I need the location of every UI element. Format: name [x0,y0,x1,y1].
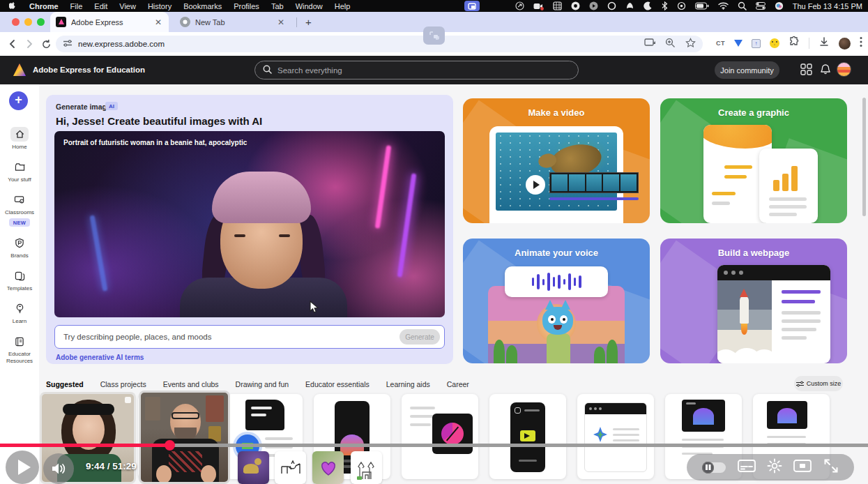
extension-v-icon[interactable] [734,40,743,47]
save-to-device-icon[interactable] [644,38,655,50]
reload-button[interactable] [39,37,53,51]
bookmark-star-icon[interactable] [685,38,696,51]
menu-item-bookmarks[interactable]: Bookmarks [183,2,222,10]
animate-your-voice-card[interactable]: Animate your voice [463,239,650,363]
sidebar-item-your-stuff[interactable]: Your stuff [0,160,39,183]
template-card-report[interactable] [402,394,478,479]
notifications-bell-icon[interactable] [820,63,832,76]
autoplay-toggle[interactable] [702,462,726,473]
category-tab-learning-aids[interactable]: Learning aids [386,380,430,388]
scrollbar[interactable] [862,98,866,216]
tab-close-icon[interactable]: ✕ [153,17,163,27]
menu-item-window[interactable]: Window [296,2,323,10]
active-app-indicator-icon[interactable] [464,1,480,11]
beanie-hat [212,172,311,223]
window-zoom-button[interactable] [37,18,45,26]
menu-bar-clock[interactable]: Thu Feb 13 4:15 PM [793,2,862,10]
search-bar[interactable] [254,61,579,80]
profile-avatar[interactable] [839,38,851,50]
make-a-video-card[interactable]: Make a video [463,98,650,223]
build-a-webpage-card[interactable]: Build a webpage [660,239,847,363]
menu-item-view[interactable]: View [119,2,136,10]
spotlight-search-icon[interactable] [738,1,747,10]
sidebar-item-brands[interactable]: Brands [0,236,39,259]
fullscreen-icon[interactable] [823,458,839,476]
volume-button[interactable] [43,453,74,484]
template-card-webpage[interactable] [577,394,654,479]
zoom-icon[interactable] [665,38,676,51]
adobe-express-logo[interactable] [12,63,27,77]
menu-item-tab[interactable]: Tab [271,2,284,10]
extension-upload-icon[interactable]: ↑ [752,39,761,48]
category-tab-career[interactable]: Career [447,380,469,388]
create-a-graphic-card[interactable]: Create a graphic [660,98,847,223]
new-tab-button[interactable]: + [302,15,315,29]
menu-item-profiles[interactable]: Profiles [234,2,259,10]
category-tab-drawing-and-fun[interactable]: Drawing and fun [236,380,289,388]
forward-button[interactable] [22,37,36,51]
tab-close-icon[interactable]: ✕ [276,17,286,27]
battery-icon[interactable] [695,2,709,10]
sidebar-item-learn[interactable]: Learn [0,301,39,325]
search-input[interactable] [277,66,570,75]
sidebar-item-classrooms[interactable]: ClassroomsNEW [0,192,39,227]
thumbnail-sketch[interactable] [275,451,306,484]
ai-terms-link[interactable]: Adobe generative AI terms [56,354,144,361]
window-close-button[interactable] [12,18,20,26]
sidebar-item-templates[interactable]: Templates [0,269,39,292]
sidebar-item-educator-resources[interactable]: Educator Resources [0,334,39,365]
generate-button[interactable]: Generate [399,329,440,345]
progress-scrubber[interactable] [165,440,175,451]
location-icon[interactable] [677,1,686,10]
downloads-icon[interactable] [818,36,830,50]
apple-menu-icon[interactable] [9,1,17,10]
address-bar[interactable]: new.express.adobe.com [56,36,703,52]
back-button[interactable] [6,37,20,51]
bluetooth-icon[interactable] [662,1,668,10]
category-tab-class-projects[interactable]: Class projects [100,380,146,388]
menu-item-file[interactable]: File [70,2,83,10]
control-center-icon[interactable] [756,2,766,10]
thumbnail-castle[interactable] [351,451,382,484]
video-progress-bar[interactable] [0,444,868,447]
window-minimize-button[interactable] [24,18,32,26]
screen-mirroring-icon[interactable] [515,1,524,10]
join-community-button[interactable]: Join community [715,61,779,79]
play-button[interactable] [6,451,39,484]
menu-app-name[interactable]: Chrome [29,2,59,10]
play-circle-icon[interactable] [589,1,598,10]
extension-smiley-icon[interactable] [770,38,779,48]
prompt-input[interactable] [63,333,399,341]
template-card-reel[interactable] [489,394,566,479]
apps-grid-icon[interactable] [800,63,813,76]
focus-moon-icon[interactable] [644,1,653,10]
tab-adobe-express[interactable]: Adobe Express ✕ [50,12,169,32]
extensions-puzzle-icon[interactable] [789,36,800,50]
settings-gear-icon[interactable] [767,458,782,476]
sidebar-item-home[interactable]: Home [0,127,39,151]
site-settings-icon[interactable] [63,38,73,50]
tab-new-tab[interactable]: New Tab ✕ [174,12,291,32]
thumbnail-heart-collage[interactable] [312,451,344,484]
menu-item-help[interactable]: Help [335,2,351,10]
record-disc-icon[interactable] [571,1,580,10]
extension-ct[interactable]: CT [716,40,725,47]
camera-record-icon[interactable] [533,2,544,10]
category-tab-events-and-clubs[interactable]: Events and clubs [163,380,219,388]
new-project-button[interactable]: + [9,91,28,110]
pip-icon[interactable] [793,459,812,476]
thumbnail-cat-art[interactable] [238,451,269,484]
vpn-icon[interactable] [625,1,634,10]
photos-grid-icon[interactable] [553,1,562,10]
category-tab-educator-essentials[interactable]: Educator essentials [305,380,370,388]
captions-icon[interactable] [738,459,756,476]
category-tab-suggested[interactable]: Suggested [46,380,84,388]
menu-item-history[interactable]: History [148,2,172,10]
siri-icon[interactable] [775,1,784,10]
chrome-menu-icon[interactable] [860,36,862,50]
ring-icon[interactable] [607,1,616,10]
custom-size-button[interactable]: Custom size [794,376,843,391]
menu-item-edit[interactable]: Edit [94,2,107,10]
account-avatar[interactable] [837,62,851,77]
wifi-icon[interactable] [718,2,729,10]
